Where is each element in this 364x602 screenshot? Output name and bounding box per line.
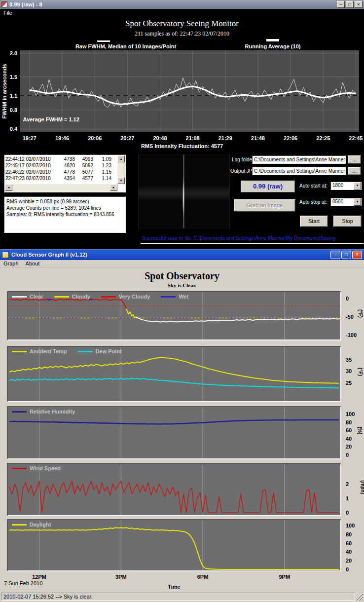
dropdown-arrow-icon[interactable]: ▼ — [354, 182, 361, 189]
scroll-left-icon[interactable]: ◄ — [5, 184, 12, 191]
output-jpg-input[interactable]: C:\Documents and Settings\Anne Manner — [252, 167, 346, 175]
log-cell: 5077 — [75, 169, 93, 175]
humidity-panel: Relative Humidity — [7, 406, 341, 459]
svg-text:22:06: 22:06 — [284, 135, 297, 141]
temperature-axis-gutter: 353025(°F) — [343, 346, 364, 402]
cloud-menu-bar: Graph About — [0, 260, 364, 267]
daylight-chart — [8, 520, 340, 570]
y-tick-label: -100 — [346, 332, 357, 338]
y-tick-label: 0 — [346, 566, 349, 572]
legend-swatch-icon — [101, 296, 116, 298]
scrollbar-track[interactable] — [117, 162, 125, 177]
divider-line — [141, 243, 364, 244]
svg-text:2.0: 2.0 — [10, 50, 17, 56]
log-row[interactable]: 22:46:22 02/07/2010477850771.15 — [5, 169, 117, 175]
listbox-horizontal-scrollbar[interactable]: ◄ ► — [5, 184, 117, 191]
svg-text:22:45: 22:45 — [349, 135, 363, 141]
output-jpg-browse-button[interactable]: ... — [348, 167, 361, 175]
panel-legend: Ambient TempDew Point — [12, 348, 122, 354]
legend-item: Wind Speed — [12, 465, 61, 471]
log-row[interactable]: 22:47:23 02/07/2010435445771.14 — [5, 175, 117, 182]
rms-fluctuation-text: RMS Intensity Fluctuation: 4577 — [0, 143, 364, 149]
svg-text:19:46: 19:46 — [55, 135, 69, 141]
log-cell: 1.15 — [93, 169, 111, 175]
seeing-value-display: 0.99 (raw) — [241, 181, 295, 192]
panel-legend: Wind Speed — [12, 465, 61, 471]
wind-axis-gutter: 210(mph) — [343, 463, 364, 516]
legend-label: Relative Humidity — [30, 409, 75, 414]
y-tick-label: 60 — [346, 540, 352, 546]
close-button[interactable]: × — [355, 1, 363, 8]
stats-line: Samples: 8; RMS intensity fluctuation = … — [6, 211, 123, 218]
wind-chart — [8, 464, 340, 515]
svg-text:1.5: 1.5 — [10, 74, 17, 80]
y-tick-label: 20 — [346, 558, 352, 564]
cloud-axis-gutter: 0-50-100(°F) — [343, 291, 364, 340]
observatory-heading: Spot Observatory — [0, 270, 364, 282]
svg-text:19:27: 19:27 — [23, 135, 36, 141]
scroll-up-icon[interactable]: ▲ — [117, 155, 125, 162]
legend-label: Dew Point — [96, 348, 122, 354]
log-row[interactable]: 22:45:17 02/07/2010482050921.23 — [5, 162, 117, 169]
auto-stop-combobox[interactable]: 0500 ▼ — [330, 198, 362, 206]
minimize-button[interactable]: – — [337, 1, 345, 8]
maximize-button[interactable]: □ — [341, 251, 351, 259]
log-cell: 4577 — [75, 175, 93, 182]
stop-button[interactable]: Stop — [333, 216, 362, 227]
legend-item: Ambient Temp — [12, 348, 67, 354]
auto-stop-label: Auto stop at: — [299, 199, 327, 205]
maximize-button[interactable]: □ — [346, 1, 354, 8]
grab-image-button[interactable]: Grab an Image — [234, 199, 295, 212]
x-tick-label: 9PM — [275, 574, 294, 580]
scroll-down-icon[interactable]: ▼ — [117, 177, 125, 184]
y-axis-unit-label: (°F) — [358, 309, 363, 318]
log-cell: 4820 — [57, 162, 75, 169]
log-cell: 4778 — [57, 169, 75, 175]
legend-swatch-icon — [54, 296, 69, 298]
log-cell: 4738 — [57, 156, 75, 162]
scrollbar-track[interactable] — [12, 184, 110, 191]
auto-start-combobox[interactable]: 1800 ▼ — [330, 182, 362, 190]
log-folder-input[interactable]: C:\Documents and Settings\Anne Manner — [252, 155, 346, 164]
log-listbox[interactable]: 22:44:12 02/07/2010473849931.0922:45:17 … — [4, 154, 126, 192]
panel-legend: Daylight — [12, 522, 51, 527]
log-cell: 22:47:23 02/07/2010 — [5, 175, 57, 182]
cloud-title-bar[interactable]: Cloud Sensor Graph II (v1.12) – □ × — [0, 249, 364, 260]
close-button[interactable]: × — [352, 251, 362, 259]
svg-text:20:27: 20:27 — [120, 135, 134, 141]
legend-label: Wet — [179, 294, 188, 300]
svg-text:FWHM in arcseconds: FWHM in arcseconds — [1, 64, 7, 118]
log-cell: 22:44:12 02/07/2010 — [5, 156, 57, 162]
y-tick-label: 80 — [346, 531, 352, 537]
star-image — [138, 154, 230, 228]
humidity-axis-gutter: 100806040200(%) — [343, 406, 364, 459]
menu-graph[interactable]: Graph — [0, 261, 22, 266]
seeing-title-bar[interactable]: 0.99 (raw) - 8 – □ × — [0, 0, 364, 9]
log-folder-browse-button[interactable]: ... — [348, 155, 361, 164]
log-rows: 22:44:12 02/07/2010473849931.0922:45:17 … — [5, 156, 117, 184]
dropdown-arrow-icon[interactable]: ▼ — [354, 198, 361, 206]
seeing-chart-title: Spot Observatory Seeing Monitor — [0, 19, 364, 29]
time-axis-title: Time — [7, 584, 341, 590]
temperature-panel: Ambient TempDew Point — [7, 346, 341, 402]
log-cell: 1.23 — [93, 162, 111, 169]
minimize-button[interactable]: – — [330, 251, 340, 259]
cloud-condition-panel: ClearCloudyVery CloudyWet — [7, 291, 341, 340]
cloud-sensor-window: Cloud Sensor Graph II (v1.12) – □ × Grap… — [0, 249, 364, 602]
menu-about[interactable]: About — [22, 261, 43, 266]
legend-item: Wet — [161, 294, 188, 300]
legend-swatch-icon — [12, 296, 27, 298]
seeing-chart: 0.40.81.11.52.019:2719:4620:0620:2720:48… — [0, 47, 364, 144]
menu-file[interactable]: File — [0, 10, 16, 16]
legend-raw-swatch — [97, 40, 110, 42]
start-button[interactable]: Start — [300, 216, 328, 227]
sky-condition-subheading: Sky is Clear. — [0, 282, 364, 288]
listbox-vertical-scrollbar[interactable]: ▲ ▼ — [117, 155, 125, 184]
seeing-chart-subtitle: 211 samples as of: 22:47:23 02/07/2010 — [0, 30, 364, 38]
resize-grip-icon[interactable] — [357, 594, 363, 601]
y-tick-label: 35 — [346, 357, 352, 363]
svg-text:22:25: 22:25 — [316, 135, 330, 141]
stats-textbox[interactable]: RMS wobble = 0.058 px (0.99 arcsec)Avera… — [4, 196, 126, 233]
log-row[interactable]: 22:44:12 02/07/2010473849931.09 — [5, 156, 117, 162]
scroll-right-icon[interactable]: ► — [110, 184, 117, 191]
